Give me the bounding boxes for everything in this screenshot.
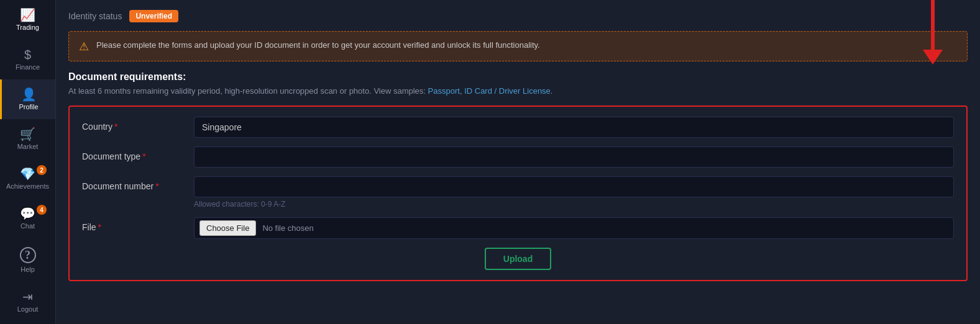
unverified-badge: Unverified bbox=[129, 10, 178, 22]
sidebar-item-label-help: Help bbox=[21, 266, 35, 273]
doc-number-control-wrap: Allowed characters: 0-9 A-Z bbox=[194, 176, 954, 209]
sidebar-item-finance[interactable]: $ Finance bbox=[0, 40, 55, 79]
file-label: File* bbox=[82, 217, 181, 232]
chat-badge: 4 bbox=[37, 205, 47, 215]
doc-type-input[interactable] bbox=[194, 146, 954, 168]
file-control-wrap: Choose File No file chosen bbox=[194, 217, 954, 239]
sidebar-item-label-finance: Finance bbox=[16, 63, 40, 71]
country-label: Country* bbox=[82, 117, 181, 132]
sidebar-item-profile[interactable]: 👤 Profile bbox=[0, 79, 55, 119]
profile-icon: 👤 bbox=[21, 88, 37, 101]
warning-banner: ⚠ Please complete the forms and upload y… bbox=[68, 31, 968, 61]
achievements-icon: 💎 bbox=[20, 168, 35, 180]
sidebar-item-label-logout: Logout bbox=[17, 305, 39, 313]
sidebar-item-achievements[interactable]: 💎 2 Achievements bbox=[0, 159, 55, 199]
sidebar-item-label-profile: Profile bbox=[19, 103, 38, 110]
doc-number-row: Document number* Allowed characters: 0-9… bbox=[82, 176, 954, 209]
sidebar-item-chat[interactable]: 💬 4 Chat bbox=[0, 199, 55, 238]
logout-icon: ⇥ bbox=[22, 290, 33, 303]
doc-type-label: Document type* bbox=[82, 146, 181, 161]
country-input[interactable] bbox=[194, 117, 954, 138]
sidebar-item-logout[interactable]: ⇥ Logout bbox=[0, 282, 55, 322]
warning-icon: ⚠ bbox=[79, 40, 89, 53]
choose-file-button[interactable]: Choose File bbox=[199, 220, 256, 236]
file-name-display: No file chosen bbox=[262, 223, 313, 233]
file-required: * bbox=[98, 222, 101, 232]
doc-req-desc-text: At least 6 months remaining validity per… bbox=[68, 86, 426, 96]
doc-number-input[interactable] bbox=[194, 176, 954, 197]
doc-type-row: Document type* bbox=[82, 146, 954, 168]
upload-row: Upload bbox=[82, 248, 954, 270]
arrow-head bbox=[923, 50, 943, 65]
doc-type-control-wrap bbox=[194, 146, 954, 168]
chat-icon: 💬 bbox=[20, 207, 35, 220]
form-container: Country* Document type* Document number*… bbox=[68, 106, 968, 281]
doc-req-desc: At least 6 months remaining validity per… bbox=[68, 86, 968, 96]
market-icon: 🛒 bbox=[20, 128, 35, 140]
finance-icon: $ bbox=[24, 48, 31, 61]
sidebar-item-help[interactable]: ? Help bbox=[0, 238, 55, 282]
warning-text: Please complete the forms and upload you… bbox=[96, 39, 540, 52]
id-card-link[interactable]: ID Card / Driver License bbox=[464, 86, 551, 96]
country-required: * bbox=[114, 122, 117, 132]
achievements-badge: 2 bbox=[37, 165, 47, 175]
doc-req-title: Document requirements: bbox=[68, 71, 968, 83]
file-row: File* Choose File No file chosen bbox=[82, 217, 954, 239]
identity-status-label: Identity status bbox=[68, 11, 122, 21]
doc-type-required: * bbox=[142, 151, 145, 161]
help-icon: ? bbox=[20, 247, 36, 263]
header-row: Identity status Unverified bbox=[68, 10, 968, 22]
sidebar-bottom: ⇥ Logout ← bbox=[0, 282, 55, 324]
sidebar-item-label-chat: Chat bbox=[21, 222, 35, 230]
trading-icon: 📈 bbox=[20, 9, 35, 21]
doc-number-label: Document number* bbox=[82, 176, 181, 191]
file-input-wrap: Choose File No file chosen bbox=[194, 217, 954, 239]
arrow-annotation bbox=[923, 0, 943, 65]
sidebar-item-trading[interactable]: 📈 Trading bbox=[0, 0, 55, 40]
sidebar-item-label-achievements: Achievements bbox=[6, 182, 49, 190]
country-row: Country* bbox=[82, 117, 954, 138]
sidebar: 📈 Trading $ Finance 👤 Profile 🛒 Market 💎… bbox=[0, 0, 56, 324]
sidebar-item-label-trading: Trading bbox=[16, 24, 39, 31]
doc-number-hint: Allowed characters: 0-9 A-Z bbox=[194, 200, 954, 209]
sidebar-item-market[interactable]: 🛒 Market bbox=[0, 119, 55, 159]
doc-number-required: * bbox=[155, 181, 158, 191]
main-content: Identity status Unverified ⚠ Please comp… bbox=[56, 0, 980, 324]
upload-button[interactable]: Upload bbox=[485, 248, 551, 270]
passport-link[interactable]: Passport bbox=[428, 86, 460, 96]
arrow-shaft bbox=[931, 0, 935, 50]
country-control-wrap bbox=[194, 117, 954, 138]
sidebar-item-label-market: Market bbox=[17, 143, 39, 150]
